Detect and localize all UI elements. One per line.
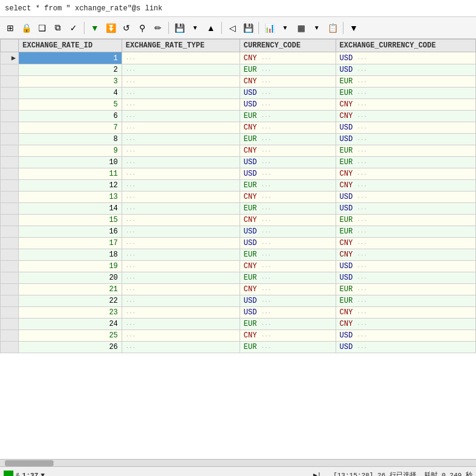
- currency-cell[interactable]: CNY ···: [240, 284, 336, 295]
- type-cell[interactable]: ···: [122, 111, 240, 122]
- id-cell[interactable]: 15: [19, 215, 122, 226]
- id-cell[interactable]: 14: [19, 203, 122, 215]
- type-cell[interactable]: ···: [122, 122, 240, 134]
- id-cell[interactable]: 8: [19, 134, 122, 145]
- table-button[interactable]: ▦: [294, 21, 308, 35]
- currency-cell[interactable]: EUR ···: [240, 249, 336, 261]
- currency-cell[interactable]: USD ···: [240, 307, 336, 319]
- id-cell[interactable]: 3: [19, 76, 122, 88]
- table-row[interactable]: 5···USD ···CNY ···: [1, 99, 476, 111]
- table-row[interactable]: 22···USD ···EUR ···: [1, 295, 476, 307]
- id-cell[interactable]: 23: [19, 307, 122, 319]
- currency-cell[interactable]: USD ···: [240, 238, 336, 249]
- scrollbar-thumb[interactable]: [5, 460, 53, 466]
- table-row[interactable]: 9···CNY ···EUR ···: [1, 145, 476, 157]
- type-cell[interactable]: ···: [122, 307, 240, 319]
- currency-cell[interactable]: EUR ···: [240, 64, 336, 76]
- table-row[interactable]: 26···EUR ···USD ···: [1, 342, 476, 353]
- id-cell[interactable]: 18: [19, 249, 122, 261]
- id-cell[interactable]: 19: [19, 261, 122, 272]
- chart-down-button[interactable]: ▼: [278, 21, 292, 35]
- type-cell[interactable]: ···: [122, 88, 240, 99]
- table-row[interactable]: 17···USD ···CNY ···: [1, 238, 476, 249]
- exchange-currency-cell[interactable]: USD ···: [336, 272, 475, 284]
- exchange-currency-cell[interactable]: CNY ···: [336, 99, 475, 111]
- table-row[interactable]: 23···USD ···CNY ···: [1, 307, 476, 319]
- type-cell[interactable]: ···: [122, 295, 240, 307]
- exchange-currency-cell[interactable]: USD ···: [336, 52, 475, 64]
- type-cell[interactable]: ···: [122, 99, 240, 111]
- type-cell[interactable]: ···: [122, 238, 240, 249]
- currency-cell[interactable]: EUR ···: [240, 111, 336, 122]
- exchange-currency-cell[interactable]: EUR ···: [336, 295, 475, 307]
- type-cell[interactable]: ···: [122, 261, 240, 272]
- type-cell[interactable]: ···: [122, 319, 240, 330]
- id-cell[interactable]: 12: [19, 180, 122, 191]
- lock-button[interactable]: 🔒: [19, 21, 33, 35]
- filter-button[interactable]: ▼: [347, 21, 360, 35]
- exchange-currency-cell[interactable]: CNY ···: [336, 168, 475, 180]
- id-cell[interactable]: 11: [19, 168, 122, 180]
- table-row[interactable]: 20···EUR ···USD ···: [1, 272, 476, 284]
- currency-cell[interactable]: USD ···: [240, 99, 336, 111]
- currency-cell[interactable]: EUR ···: [240, 203, 336, 215]
- exchange-currency-cell[interactable]: USD ···: [336, 342, 475, 353]
- horizontal-scrollbar[interactable]: [0, 459, 476, 466]
- type-cell[interactable]: ···: [122, 52, 240, 64]
- exchange-currency-code-header[interactable]: EXCHANGE_CURRENCY_CODE: [336, 40, 475, 52]
- save-down-button[interactable]: ▼: [188, 21, 202, 35]
- currency-cell[interactable]: EUR ···: [240, 319, 336, 330]
- id-cell[interactable]: 20: [19, 272, 122, 284]
- currency-cell[interactable]: EUR ···: [240, 342, 336, 353]
- table-row[interactable]: 2···EUR ···USD ···: [1, 64, 476, 76]
- type-cell[interactable]: ···: [122, 180, 240, 191]
- exchange-currency-cell[interactable]: EUR ···: [336, 88, 475, 99]
- type-cell[interactable]: ···: [122, 157, 240, 168]
- table-down-button[interactable]: ▼: [310, 21, 323, 35]
- table-row[interactable]: 8···EUR ···USD ···: [1, 134, 476, 145]
- search-button[interactable]: ⚲: [136, 21, 149, 35]
- down1-button[interactable]: ▼: [88, 21, 102, 35]
- currency-cell[interactable]: CNY ···: [240, 191, 336, 203]
- type-cell[interactable]: ···: [122, 76, 240, 88]
- table-row[interactable]: 21···CNY ···EUR ···: [1, 284, 476, 295]
- exchange-currency-cell[interactable]: USD ···: [336, 191, 475, 203]
- type-cell[interactable]: ···: [122, 64, 240, 76]
- table-row[interactable]: 6···EUR ···CNY ···: [1, 111, 476, 122]
- id-cell[interactable]: 16: [19, 226, 122, 238]
- exchange-currency-cell[interactable]: CNY ···: [336, 307, 475, 319]
- paste-button[interactable]: ⧉: [51, 21, 64, 35]
- id-cell[interactable]: 1: [19, 52, 122, 64]
- currency-cell[interactable]: CNY ···: [240, 145, 336, 157]
- table-row[interactable]: 11···USD ···CNY ···: [1, 168, 476, 180]
- currency-cell[interactable]: CNY ···: [240, 122, 336, 134]
- exchange-currency-cell[interactable]: USD ···: [336, 330, 475, 342]
- exchange-currency-cell[interactable]: USD ···: [336, 134, 475, 145]
- exchange-currency-cell[interactable]: CNY ···: [336, 319, 475, 330]
- type-cell[interactable]: ···: [122, 226, 240, 238]
- currency-cell[interactable]: USD ···: [240, 88, 336, 99]
- currency-cell[interactable]: CNY ···: [240, 215, 336, 226]
- type-cell[interactable]: ···: [122, 203, 240, 215]
- table-row[interactable]: 3···CNY ···EUR ···: [1, 76, 476, 88]
- refresh-button[interactable]: ↺: [120, 21, 133, 35]
- exchange-currency-cell[interactable]: CNY ···: [336, 111, 475, 122]
- table-row[interactable]: 24···EUR ···CNY ···: [1, 319, 476, 330]
- id-cell[interactable]: 4: [19, 88, 122, 99]
- table-row[interactable]: ▶1···CNY ···USD ···: [1, 52, 476, 64]
- type-cell[interactable]: ···: [122, 272, 240, 284]
- id-cell[interactable]: 26: [19, 342, 122, 353]
- down2-button[interactable]: ⏬: [104, 21, 117, 35]
- type-cell[interactable]: ···: [122, 134, 240, 145]
- id-cell[interactable]: 22: [19, 295, 122, 307]
- currency-cell[interactable]: USD ···: [240, 295, 336, 307]
- exchange-currency-cell[interactable]: USD ···: [336, 203, 475, 215]
- exchange-rate-id-header[interactable]: EXCHANGE_RATE_ID: [19, 40, 122, 52]
- currency-cell[interactable]: USD ···: [240, 226, 336, 238]
- exchange-currency-cell[interactable]: EUR ···: [336, 145, 475, 157]
- chart-button[interactable]: 📊: [263, 21, 276, 35]
- type-cell[interactable]: ···: [122, 342, 240, 353]
- exchange-currency-cell[interactable]: USD ···: [336, 261, 475, 272]
- type-cell[interactable]: ···: [122, 284, 240, 295]
- currency-cell[interactable]: CNY ···: [240, 330, 336, 342]
